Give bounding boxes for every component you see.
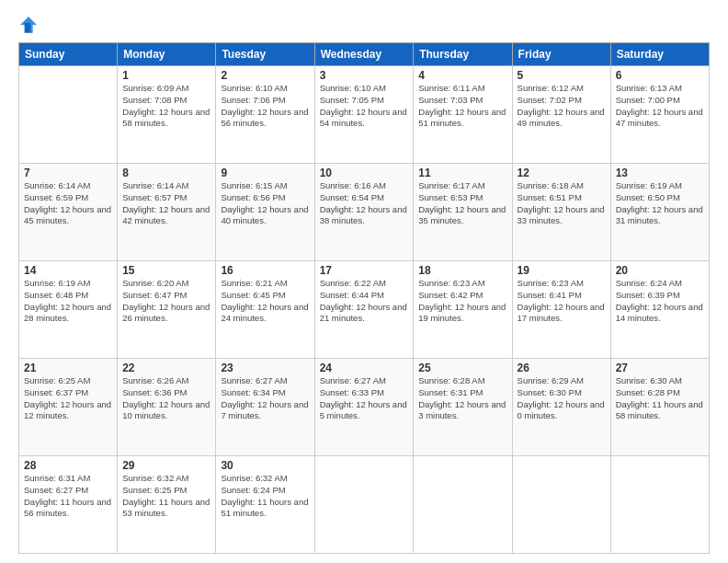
calendar-cell: 27Sunrise: 6:30 AMSunset: 6:28 PMDayligh… [610, 359, 709, 456]
day-info: Sunrise: 6:32 AMSunset: 6:24 PMDaylight:… [221, 473, 309, 520]
calendar-cell: 30Sunrise: 6:32 AMSunset: 6:24 PMDayligh… [216, 456, 314, 554]
logo [18, 15, 42, 35]
day-info: Sunrise: 6:18 AMSunset: 6:51 PMDaylight:… [518, 180, 606, 227]
day-info: Sunrise: 6:25 AMSunset: 6:37 PMDaylight:… [24, 375, 112, 422]
day-number: 3 [320, 69, 409, 82]
day-number: 4 [418, 69, 506, 82]
day-info: Sunrise: 6:11 AMSunset: 7:03 PMDaylight:… [418, 83, 506, 130]
calendar-cell: 25Sunrise: 6:28 AMSunset: 6:31 PMDayligh… [414, 359, 512, 456]
calendar-cell: 24Sunrise: 6:27 AMSunset: 6:33 PMDayligh… [314, 359, 414, 456]
day-number: 7 [24, 167, 112, 179]
day-info: Sunrise: 6:10 AMSunset: 7:05 PMDaylight:… [320, 83, 409, 130]
calendar-header-monday: Monday [118, 43, 216, 66]
day-number: 8 [122, 167, 210, 179]
day-info: Sunrise: 6:13 AMSunset: 7:00 PMDaylight:… [616, 83, 704, 130]
day-number: 6 [616, 69, 704, 82]
calendar-header-sunday: Sunday [19, 43, 118, 66]
header [18, 15, 710, 35]
calendar-cell: 7Sunrise: 6:14 AMSunset: 6:59 PMDaylight… [19, 164, 118, 261]
day-number: 19 [518, 264, 606, 277]
day-number: 24 [320, 362, 409, 374]
day-number: 25 [418, 362, 506, 374]
calendar-cell: 17Sunrise: 6:22 AMSunset: 6:44 PMDayligh… [314, 261, 414, 359]
calendar-cell: 1Sunrise: 6:09 AMSunset: 7:08 PMDaylight… [118, 66, 216, 164]
day-number: 13 [616, 167, 704, 179]
calendar-cell: 14Sunrise: 6:19 AMSunset: 6:48 PMDayligh… [19, 261, 118, 359]
day-info: Sunrise: 6:22 AMSunset: 6:44 PMDaylight:… [320, 278, 409, 325]
calendar-cell: 9Sunrise: 6:15 AMSunset: 6:56 PMDaylight… [216, 164, 314, 261]
calendar-cell: 2Sunrise: 6:10 AMSunset: 7:06 PMDaylight… [216, 66, 314, 164]
calendar-cell: 26Sunrise: 6:29 AMSunset: 6:30 PMDayligh… [512, 359, 610, 456]
day-info: Sunrise: 6:23 AMSunset: 6:42 PMDaylight:… [418, 278, 506, 325]
calendar-cell: 21Sunrise: 6:25 AMSunset: 6:37 PMDayligh… [19, 359, 118, 456]
logo-icon [18, 15, 39, 35]
day-info: Sunrise: 6:16 AMSunset: 6:54 PMDaylight:… [320, 180, 409, 227]
calendar-cell: 4Sunrise: 6:11 AMSunset: 7:03 PMDaylight… [414, 66, 512, 164]
calendar-cell [512, 456, 610, 554]
day-number: 14 [24, 264, 112, 277]
calendar-header-saturday: Saturday [610, 43, 709, 66]
day-info: Sunrise: 6:31 AMSunset: 6:27 PMDaylight:… [24, 473, 112, 520]
day-number: 27 [616, 362, 704, 374]
day-info: Sunrise: 6:26 AMSunset: 6:36 PMDaylight:… [122, 375, 210, 422]
day-number: 15 [122, 264, 210, 277]
calendar-cell: 12Sunrise: 6:18 AMSunset: 6:51 PMDayligh… [512, 164, 610, 261]
day-info: Sunrise: 6:30 AMSunset: 6:28 PMDaylight:… [616, 375, 704, 422]
day-info: Sunrise: 6:32 AMSunset: 6:25 PMDaylight:… [122, 473, 210, 520]
calendar-week-4: 21Sunrise: 6:25 AMSunset: 6:37 PMDayligh… [19, 359, 710, 456]
calendar-cell [314, 456, 414, 554]
calendar-week-5: 28Sunrise: 6:31 AMSunset: 6:27 PMDayligh… [19, 456, 710, 554]
day-number: 2 [221, 69, 309, 82]
day-info: Sunrise: 6:17 AMSunset: 6:53 PMDaylight:… [418, 180, 506, 227]
calendar-cell: 28Sunrise: 6:31 AMSunset: 6:27 PMDayligh… [19, 456, 118, 554]
day-number: 26 [518, 362, 606, 374]
day-info: Sunrise: 6:24 AMSunset: 6:39 PMDaylight:… [616, 278, 704, 325]
day-info: Sunrise: 6:14 AMSunset: 6:59 PMDaylight:… [24, 180, 112, 227]
day-number: 23 [221, 362, 309, 374]
day-info: Sunrise: 6:19 AMSunset: 6:48 PMDaylight:… [24, 278, 112, 325]
calendar-cell: 5Sunrise: 6:12 AMSunset: 7:02 PMDaylight… [512, 66, 610, 164]
calendar-cell [414, 456, 512, 554]
day-number: 28 [24, 459, 112, 472]
day-info: Sunrise: 6:21 AMSunset: 6:45 PMDaylight:… [221, 278, 309, 325]
calendar-header-tuesday: Tuesday [216, 43, 314, 66]
day-number: 22 [122, 362, 210, 374]
day-number: 21 [24, 362, 112, 374]
day-number: 30 [221, 459, 309, 472]
day-info: Sunrise: 6:27 AMSunset: 6:34 PMDaylight:… [221, 375, 309, 422]
day-number: 12 [518, 167, 606, 179]
day-number: 9 [221, 167, 309, 179]
page: SundayMondayTuesdayWednesdayThursdayFrid… [0, 0, 728, 563]
calendar-cell [610, 456, 709, 554]
calendar-cell: 19Sunrise: 6:23 AMSunset: 6:41 PMDayligh… [512, 261, 610, 359]
calendar-cell: 18Sunrise: 6:23 AMSunset: 6:42 PMDayligh… [414, 261, 512, 359]
calendar-cell: 8Sunrise: 6:14 AMSunset: 6:57 PMDaylight… [118, 164, 216, 261]
calendar-cell: 11Sunrise: 6:17 AMSunset: 6:53 PMDayligh… [414, 164, 512, 261]
calendar-cell: 16Sunrise: 6:21 AMSunset: 6:45 PMDayligh… [216, 261, 314, 359]
day-number: 17 [320, 264, 409, 277]
calendar-cell: 6Sunrise: 6:13 AMSunset: 7:00 PMDaylight… [610, 66, 709, 164]
calendar-cell: 22Sunrise: 6:26 AMSunset: 6:36 PMDayligh… [118, 359, 216, 456]
day-number: 5 [518, 69, 606, 82]
day-info: Sunrise: 6:15 AMSunset: 6:56 PMDaylight:… [221, 180, 309, 227]
calendar-cell: 3Sunrise: 6:10 AMSunset: 7:05 PMDaylight… [314, 66, 414, 164]
calendar-cell [19, 66, 118, 164]
day-number: 20 [616, 264, 704, 277]
day-info: Sunrise: 6:10 AMSunset: 7:06 PMDaylight:… [221, 83, 309, 130]
calendar-header-friday: Friday [512, 43, 610, 66]
day-number: 1 [122, 69, 210, 82]
day-info: Sunrise: 6:19 AMSunset: 6:50 PMDaylight:… [616, 180, 704, 227]
day-info: Sunrise: 6:12 AMSunset: 7:02 PMDaylight:… [518, 83, 606, 130]
calendar-header-thursday: Thursday [414, 43, 512, 66]
calendar-week-3: 14Sunrise: 6:19 AMSunset: 6:48 PMDayligh… [19, 261, 710, 359]
calendar-cell: 23Sunrise: 6:27 AMSunset: 6:34 PMDayligh… [216, 359, 314, 456]
day-info: Sunrise: 6:20 AMSunset: 6:47 PMDaylight:… [122, 278, 210, 325]
day-info: Sunrise: 6:29 AMSunset: 6:30 PMDaylight:… [518, 375, 606, 422]
calendar-cell: 10Sunrise: 6:16 AMSunset: 6:54 PMDayligh… [314, 164, 414, 261]
calendar-header-wednesday: Wednesday [314, 43, 414, 66]
calendar-week-1: 1Sunrise: 6:09 AMSunset: 7:08 PMDaylight… [19, 66, 710, 164]
day-number: 18 [418, 264, 506, 277]
calendar-cell: 15Sunrise: 6:20 AMSunset: 6:47 PMDayligh… [118, 261, 216, 359]
calendar-table: SundayMondayTuesdayWednesdayThursdayFrid… [18, 42, 710, 554]
day-info: Sunrise: 6:27 AMSunset: 6:33 PMDaylight:… [320, 375, 409, 422]
